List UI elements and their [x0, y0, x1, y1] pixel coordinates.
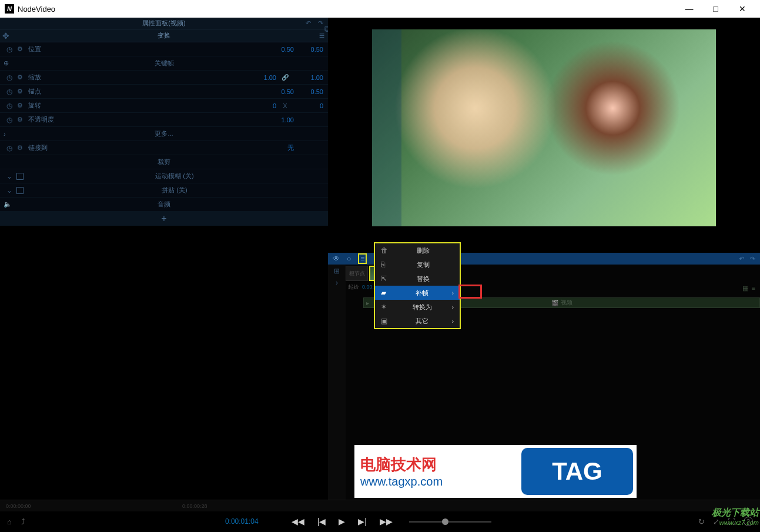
gear-icon[interactable]: ⚙ — [14, 144, 26, 152]
ctx-replace[interactable]: ⇱ 替换 — [375, 272, 460, 286]
prev-frame-button[interactable]: ◀◀ — [292, 517, 304, 526]
frames-icon: ▰ — [381, 289, 393, 297]
grid-icon[interactable]: ▦ — [742, 285, 748, 292]
scale-row[interactable]: ◷ ⚙ 缩放 1.00 🔗 1.00 — [0, 71, 328, 85]
stopwatch-icon[interactable]: ◷ — [5, 73, 14, 82]
transport-bar: ⌂ ⤴ 0:00:01:04 ◀◀ |◀ ▶ ▶| ▶▶ ↻ ⤢ ⛶ ? — [0, 511, 760, 531]
next-frame-button[interactable]: ▶▶ — [380, 517, 393, 526]
motion-blur-row[interactable]: ⌄ 运动模糊 (关) — [0, 169, 328, 183]
gear-icon[interactable]: ⚙ — [14, 45, 26, 53]
add-icon[interactable]: ⊕ — [4, 59, 9, 67]
ctx-other[interactable]: ▣ 其它 › — [375, 314, 460, 328]
preview-image — [372, 29, 716, 226]
gear-icon[interactable]: ⚙ — [14, 88, 26, 95]
speaker-icon[interactable]: 🔈 — [4, 200, 12, 208]
stopwatch-icon[interactable]: ◷ — [5, 102, 14, 110]
loop-icon[interactable]: ↻ — [698, 517, 705, 526]
preview-viewport[interactable] — [328, 18, 760, 253]
watermark-tag: 电脑技术网 www.tagxp.com TAG — [354, 445, 637, 498]
chevron-right-icon: › — [452, 290, 454, 296]
checkbox[interactable] — [16, 187, 24, 194]
other-icon: ▣ — [381, 317, 393, 325]
gear-icon[interactable]: ⚙ — [14, 102, 26, 109]
add-row-button[interactable]: + — [0, 212, 328, 226]
highlight-box — [458, 285, 482, 299]
maximize-button[interactable]: □ — [702, 0, 729, 18]
more-row[interactable]: › 更多... — [0, 127, 328, 141]
checkbox[interactable] — [16, 173, 24, 180]
undo-icon[interactable]: ↶ — [739, 255, 744, 263]
eye-icon[interactable]: 👁 — [333, 255, 340, 263]
tile-row[interactable]: ⌄ 拼贴 (关) — [0, 183, 328, 198]
minimize-button[interactable]: — — [676, 0, 702, 18]
trash-icon: 🗑 — [381, 246, 393, 255]
audio-row[interactable]: 🔈 音频 — [0, 198, 328, 212]
rotation-row[interactable]: ◷ ⚙ 旋转 0 X 0 — [0, 99, 328, 113]
home-icon[interactable]: ⌂ — [7, 517, 12, 526]
ruler-tick: 0:00:00:00 — [6, 503, 31, 509]
position-row[interactable]: ◷ ⚙ 位置 0.50 0.50 — [0, 42, 328, 56]
position-y[interactable]: 0.50 — [294, 46, 323, 53]
stopwatch-icon[interactable]: ◷ — [5, 144, 14, 152]
menu-icon[interactable]: ≡ — [358, 253, 367, 264]
close-button[interactable]: ✕ — [729, 0, 755, 18]
gear-icon[interactable]: ⚙ — [14, 73, 26, 81]
context-menu: 🗑 删除 ⎘ 复制 ⇱ 替换 ▰ 补帧 › ✶ 转换为 › ▣ 其它 › — [374, 242, 461, 329]
app-title: NodeVideo — [18, 5, 55, 14]
transform-section-header[interactable]: ✥ 变换 ≡ — [0, 29, 328, 42]
ruler-tick: 0:00:00:28 — [182, 503, 207, 509]
undo-icon[interactable]: ↶ — [306, 19, 311, 27]
stopwatch-icon[interactable]: ◷ — [5, 88, 14, 96]
watermark-jiguang: 极光下载站 www.xz7.com — [712, 507, 759, 526]
app-logo: N — [5, 4, 14, 14]
properties-panel: 属性面板(视频) ↶ ↷ ✥ 变换 ≡ ◷ ⚙ 位置 0.50 0.50 ⊕ 关… — [0, 18, 328, 500]
scale-y[interactable]: 1.00 — [294, 74, 323, 81]
root-node-button[interactable]: 根节点 — [346, 266, 368, 281]
circle-icon[interactable]: ○ — [347, 255, 351, 263]
list-icon[interactable]: ≡ — [752, 285, 755, 292]
nodes-icon[interactable]: ⊞ — [334, 267, 340, 275]
move-icon[interactable]: ✥ — [2, 31, 9, 41]
opacity-row[interactable]: ◷ ⚙ 不透明度 1.00 — [0, 113, 328, 127]
play-icon[interactable]: ▸ — [366, 300, 369, 306]
ctx-convert[interactable]: ✶ 转换为 › — [375, 300, 460, 314]
chevron-right-icon: › — [4, 131, 6, 138]
chevron-right-icon[interactable]: › — [336, 279, 338, 287]
play-button[interactable]: ▶ — [339, 517, 345, 526]
position-x[interactable]: 0.50 — [282, 46, 294, 53]
stopwatch-icon[interactable]: ◷ — [5, 116, 14, 124]
film-icon: 🎬 — [551, 300, 558, 306]
gear-icon[interactable]: ⚙ — [14, 116, 26, 123]
rotation-y[interactable]: 0 — [294, 102, 323, 109]
time-ruler[interactable]: 0:00:00:00 0:00:00:28 — [0, 500, 760, 511]
redo-icon[interactable]: ↷ — [750, 255, 755, 263]
anchor-row[interactable]: ◷ ⚙ 锚点 0.50 0.50 — [0, 85, 328, 99]
opacity-value[interactable]: 1.00 — [282, 116, 294, 123]
export-icon[interactable]: ⤴ — [21, 517, 25, 526]
linkto-row[interactable]: ◷ ⚙ 链接到 无 — [0, 141, 328, 155]
copy-icon: ⎘ — [381, 260, 393, 269]
ctx-copy[interactable]: ⎘ 复制 — [375, 257, 460, 272]
titlebar: N NodeVideo — □ ✕ — [0, 0, 760, 18]
ctx-interpolate[interactable]: ▰ 补帧 › — [375, 286, 460, 300]
link-icon[interactable]: 🔗 — [276, 74, 294, 81]
crop-row[interactable]: 裁剪 — [0, 155, 328, 169]
chevron-down-icon[interactable]: ⌄ — [5, 186, 14, 195]
skip-forward-button[interactable]: ▶| — [358, 517, 367, 526]
stopwatch-icon[interactable]: ◷ — [5, 45, 14, 53]
skip-back-button[interactable]: |◀ — [317, 517, 326, 526]
scale-x[interactable]: 1.00 — [264, 74, 276, 81]
panel-header: 属性面板(视频) ↶ ↷ — [0, 18, 328, 29]
start-label: 起始 — [348, 283, 359, 291]
current-timecode[interactable]: 0:00:01:04 — [225, 517, 259, 526]
replace-icon: ⇱ — [381, 275, 393, 283]
anchor-x[interactable]: 0.50 — [282, 88, 294, 95]
linkto-value[interactable]: 无 — [287, 143, 294, 152]
zoom-slider[interactable] — [409, 521, 491, 523]
ctx-delete[interactable]: 🗑 删除 — [375, 243, 460, 257]
keyframe-row[interactable]: ⊕ 关键帧 — [0, 56, 328, 71]
chevron-right-icon: › — [452, 318, 454, 324]
anchor-y[interactable]: 0.50 — [294, 88, 323, 95]
convert-icon: ✶ — [381, 303, 393, 311]
chevron-down-icon[interactable]: ⌄ — [5, 172, 14, 180]
